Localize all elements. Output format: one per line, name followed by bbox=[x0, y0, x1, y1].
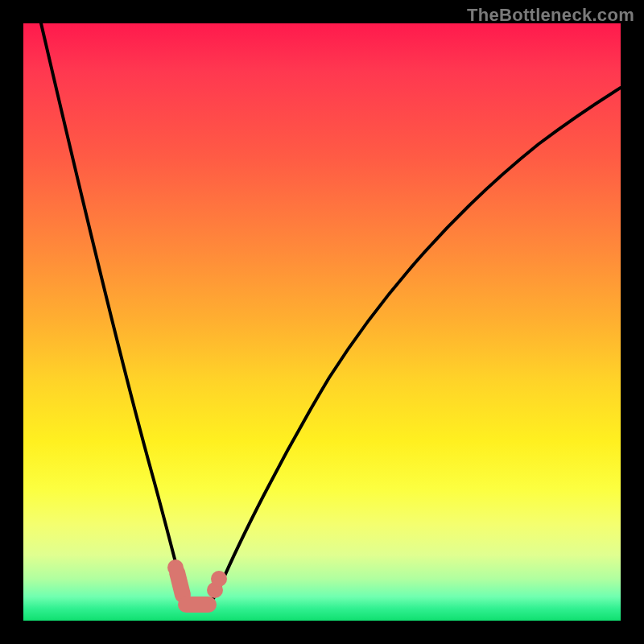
bottleneck-curve bbox=[41, 23, 621, 609]
marker-left-arm bbox=[177, 572, 183, 595]
marker-right-dot-2 bbox=[211, 571, 227, 587]
plot-area bbox=[23, 23, 621, 621]
chart-frame: TheBottleneck.com bbox=[0, 0, 644, 644]
chart-svg bbox=[23, 23, 621, 621]
